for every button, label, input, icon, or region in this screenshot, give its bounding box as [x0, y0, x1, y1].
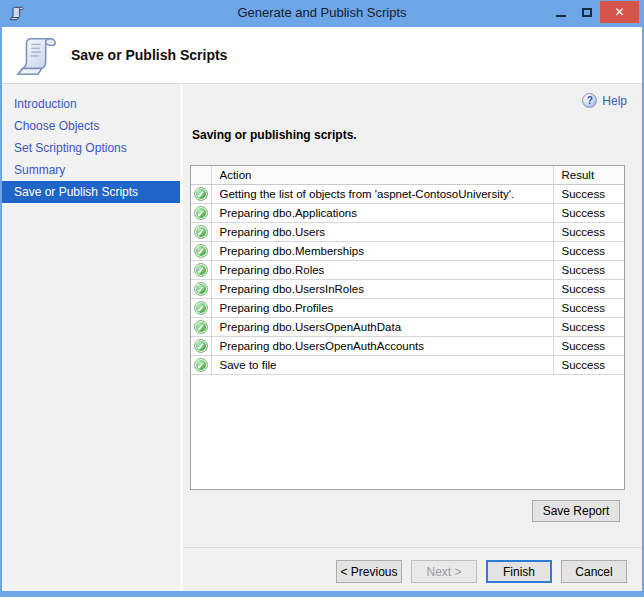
- result-cell: Success: [553, 279, 624, 298]
- success-check-icon: ✓: [194, 263, 208, 277]
- status-icon-cell: ✓: [191, 298, 211, 317]
- result-cell: Success: [553, 222, 624, 241]
- cancel-button[interactable]: Cancel: [561, 560, 627, 583]
- success-check-icon: ✓: [194, 282, 208, 296]
- table-row[interactable]: ✓Preparing dbo.UsersInRolesSuccess: [191, 279, 624, 298]
- action-cell: Getting the list of objects from 'aspnet…: [211, 184, 553, 203]
- next-button[interactable]: Next >: [411, 560, 477, 583]
- result-cell: Success: [553, 241, 624, 260]
- status-icon-cell: ✓: [191, 184, 211, 203]
- sidebar-item-set-scripting-options[interactable]: Set Scripting Options: [2, 137, 180, 159]
- help-link[interactable]: ? Help: [582, 93, 627, 108]
- maximize-button[interactable]: [574, 1, 600, 23]
- status-icon-cell: ✓: [191, 260, 211, 279]
- result-cell: Success: [553, 355, 624, 374]
- table-row[interactable]: ✓Preparing dbo.UsersSuccess: [191, 222, 624, 241]
- page-header: Save or Publish Scripts: [2, 27, 642, 84]
- sidebar-item-choose-objects[interactable]: Choose Objects: [2, 115, 180, 137]
- window-body: Save or Publish Scripts IntroductionChoo…: [2, 27, 642, 591]
- page-title: Save or Publish Scripts: [71, 47, 227, 63]
- action-cell: Preparing dbo.UsersOpenAuthAccounts: [211, 336, 553, 355]
- status-icon-cell: ✓: [191, 203, 211, 222]
- status-icon-cell: ✓: [191, 222, 211, 241]
- table-row[interactable]: ✓Preparing dbo.UsersOpenAuthDataSuccess: [191, 317, 624, 336]
- minimize-button[interactable]: [548, 1, 574, 23]
- results-table-body: ✓Getting the list of objects from 'aspne…: [191, 184, 624, 374]
- status-icon-cell: ✓: [191, 355, 211, 374]
- help-label: Help: [602, 94, 627, 108]
- maximize-icon: [582, 8, 592, 17]
- action-cell: Preparing dbo.UsersOpenAuthData: [211, 317, 553, 336]
- wizard-steps: IntroductionChoose ObjectsSet Scripting …: [2, 85, 180, 591]
- table-row[interactable]: ✓Preparing dbo.ProfilesSuccess: [191, 298, 624, 317]
- success-check-icon: ✓: [194, 320, 208, 334]
- status-icon-cell: ✓: [191, 279, 211, 298]
- result-cell: Success: [553, 260, 624, 279]
- status-text: Saving or publishing scripts.: [192, 128, 357, 142]
- success-check-icon: ✓: [194, 187, 208, 201]
- action-cell: Preparing dbo.Profiles: [211, 298, 553, 317]
- status-icon-cell: ✓: [191, 317, 211, 336]
- result-cell: Success: [553, 336, 624, 355]
- status-icon-cell: ✓: [191, 336, 211, 355]
- table-row[interactable]: ✓Preparing dbo.UsersOpenAuthAccountsSucc…: [191, 336, 624, 355]
- window-controls: ✕: [548, 1, 639, 23]
- success-check-icon: ✓: [194, 358, 208, 372]
- action-cell: Preparing dbo.UsersInRoles: [211, 279, 553, 298]
- status-icon-cell: ✓: [191, 241, 211, 260]
- action-cell: Save to file: [211, 355, 553, 374]
- table-row[interactable]: ✓Preparing dbo.MembershipsSuccess: [191, 241, 624, 260]
- table-header-row: Action Result: [191, 166, 624, 184]
- results-table: Action Result ✓Getting the list of objec…: [190, 165, 625, 490]
- icon-column-header: [191, 166, 211, 184]
- result-cell: Success: [553, 317, 624, 336]
- success-check-icon: ✓: [194, 225, 208, 239]
- sidebar-item-save-or-publish-scripts[interactable]: Save or Publish Scripts: [2, 181, 180, 203]
- action-column-header: Action: [211, 166, 553, 184]
- sidebar-item-summary[interactable]: Summary: [2, 159, 180, 181]
- close-button[interactable]: ✕: [600, 1, 639, 23]
- minimize-icon: [556, 15, 566, 17]
- content-pane: ? Help Saving or publishing scripts. Act…: [183, 85, 642, 547]
- table-row[interactable]: ✓Getting the list of objects from 'aspne…: [191, 184, 624, 203]
- scroll-icon: [15, 31, 61, 79]
- action-cell: Preparing dbo.Roles: [211, 260, 553, 279]
- titlebar[interactable]: Generate and Publish Scripts ✕: [0, 0, 644, 27]
- success-check-icon: ✓: [194, 206, 208, 220]
- finish-button[interactable]: Finish: [486, 560, 552, 583]
- action-cell: Preparing dbo.Applications: [211, 203, 553, 222]
- success-check-icon: ✓: [194, 244, 208, 258]
- table-row[interactable]: ✓Preparing dbo.RolesSuccess: [191, 260, 624, 279]
- footer: < Previous Next > Finish Cancel: [183, 547, 642, 591]
- save-report-button[interactable]: Save Report: [532, 500, 620, 522]
- result-cell: Success: [553, 184, 624, 203]
- sidebar-item-introduction[interactable]: Introduction: [2, 93, 180, 115]
- success-check-icon: ✓: [194, 339, 208, 353]
- success-check-icon: ✓: [194, 301, 208, 315]
- result-cell: Success: [553, 298, 624, 317]
- help-icon: ?: [582, 93, 597, 108]
- action-cell: Preparing dbo.Memberships: [211, 241, 553, 260]
- close-icon: ✕: [614, 5, 624, 19]
- table-row[interactable]: ✓Save to fileSuccess: [191, 355, 624, 374]
- table-row[interactable]: ✓Preparing dbo.ApplicationsSuccess: [191, 203, 624, 222]
- wizard-window: Generate and Publish Scripts ✕: [0, 0, 644, 597]
- result-column-header: Result: [553, 166, 624, 184]
- previous-button[interactable]: < Previous: [336, 560, 402, 583]
- action-cell: Preparing dbo.Users: [211, 222, 553, 241]
- result-cell: Success: [553, 203, 624, 222]
